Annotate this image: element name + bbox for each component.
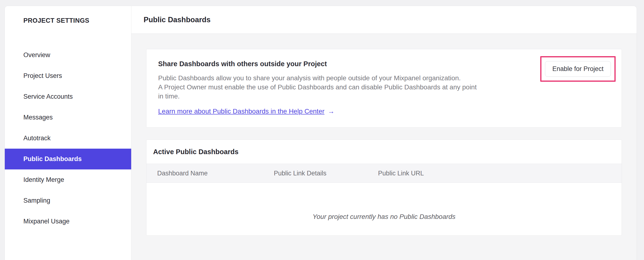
sidebar-item-mixpanel-usage[interactable]: Mixpanel Usage [5, 211, 131, 232]
sidebar-title: PROJECT SETTINGS [5, 17, 131, 25]
sidebar-nav: Overview Project Users Service Accounts … [5, 45, 131, 232]
dashboards-table-header: Dashboard Name Public Link Details Publi… [146, 164, 622, 183]
project-settings-sidebar: PROJECT SETTINGS Overview Project Users … [5, 6, 132, 260]
share-card-description-line3: in time. [158, 92, 519, 101]
annotation-highlight-box: Enable for Project [540, 56, 616, 82]
share-card-heading: Share Dashboards with others outside you… [158, 60, 519, 68]
active-card-heading-row: Active Public Dashboards [146, 140, 622, 164]
sidebar-item-public-dashboards[interactable]: Public Dashboards [5, 149, 131, 169]
active-dashboards-card: Active Public Dashboards Dashboard Name … [146, 140, 622, 236]
sidebar-item-project-users[interactable]: Project Users [5, 65, 131, 86]
settings-panel: PROJECT SETTINGS Overview Project Users … [4, 6, 637, 260]
column-header-public-link-details: Public Link Details [274, 170, 378, 177]
sidebar-item-messages[interactable]: Messages [5, 107, 131, 128]
empty-state-message: Your project currently has no Public Das… [146, 183, 622, 235]
main-content: Public Dashboards Share Dashboards with … [132, 6, 636, 260]
sidebar-item-service-accounts[interactable]: Service Accounts [5, 86, 131, 107]
sidebar-item-autotrack[interactable]: Autotrack [5, 128, 131, 149]
sidebar-item-identity-merge[interactable]: Identity Merge [5, 169, 131, 190]
help-center-link-row: Learn more about Public Dashboards in th… [158, 107, 519, 115]
column-header-dashboard-name: Dashboard Name [157, 170, 274, 177]
enable-for-project-button[interactable]: Enable for Project [545, 61, 611, 77]
sidebar-item-sampling[interactable]: Sampling [5, 190, 131, 211]
active-card-heading: Active Public Dashboards [153, 148, 238, 156]
share-card-description-line1: Public Dashboards allow you to share you… [158, 74, 519, 83]
arrow-right-icon: → [328, 107, 334, 115]
main-body: Share Dashboards with others outside you… [132, 34, 636, 260]
sidebar-item-overview[interactable]: Overview [5, 45, 131, 65]
share-card-description: Public Dashboards allow you to share you… [158, 74, 519, 101]
help-center-link[interactable]: Learn more about Public Dashboards in th… [158, 107, 324, 115]
column-header-public-link-url: Public Link URL [378, 170, 622, 177]
main-header: Public Dashboards [132, 6, 636, 34]
share-card-description-line2: A Project Owner must enable the use of P… [158, 83, 519, 92]
share-dashboards-card: Share Dashboards with others outside you… [146, 49, 622, 127]
page-title: Public Dashboards [144, 16, 210, 24]
